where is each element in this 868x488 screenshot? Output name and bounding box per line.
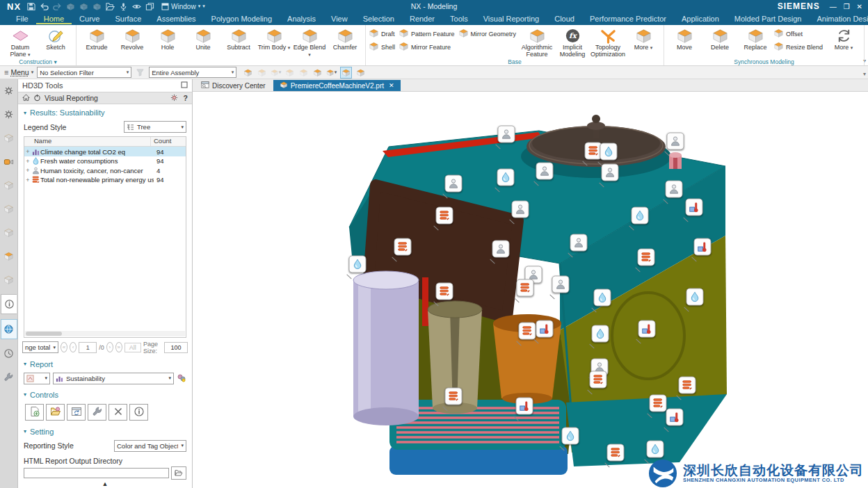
browse-folder-icon[interactable] xyxy=(171,466,186,480)
legend-style-dropdown[interactable]: Tree ▾ xyxy=(124,121,186,133)
delete-button[interactable]: Delete xyxy=(702,26,737,51)
report-tag-drop-icon[interactable] xyxy=(562,428,579,445)
trim-body-button[interactable]: Trim Body ▾ xyxy=(257,26,291,51)
hand-pan-icon[interactable] xyxy=(257,67,267,78)
paste-icon[interactable] xyxy=(93,2,102,11)
html-dir-input[interactable] xyxy=(24,468,169,478)
view-orient-icon[interactable] xyxy=(340,67,352,79)
report-tag-thermo-icon[interactable] xyxy=(516,398,533,415)
save-icon[interactable] xyxy=(26,2,35,11)
extrude-button[interactable]: Extrude xyxy=(79,26,114,51)
algorithmic-feature-button[interactable]: Algorithmic Feature xyxy=(520,26,554,58)
hole-button[interactable]: Hole xyxy=(150,26,185,51)
more-button[interactable]: More ▾ xyxy=(826,26,861,51)
menu-tab-cloud[interactable]: Cloud xyxy=(547,14,582,24)
resource-bar-transform-gears-icon[interactable] xyxy=(1,105,17,124)
offset-button[interactable]: Offset xyxy=(773,28,826,40)
restore-button[interactable]: ❐ xyxy=(844,3,850,10)
report-tag-drop-icon[interactable] xyxy=(686,288,704,306)
toolbar-overflow-icon[interactable]: ▾ xyxy=(863,71,866,77)
replace-button[interactable]: Replace xyxy=(738,26,773,51)
menu-tab-performance-predictor[interactable]: Performance Predictor xyxy=(582,14,674,24)
filter-funnel-icon[interactable] xyxy=(135,67,145,78)
expand-icon[interactable]: + xyxy=(24,158,31,165)
report-tag-coil-icon[interactable] xyxy=(679,377,696,394)
subtract-button[interactable]: Subtract xyxy=(221,26,256,51)
report-tag-coil-icon[interactable] xyxy=(436,283,453,300)
open-icon[interactable] xyxy=(106,2,115,11)
report-tag-coil-icon[interactable] xyxy=(517,279,534,297)
float-panel-icon[interactable] xyxy=(181,81,188,90)
snap-point-icon[interactable] xyxy=(243,67,253,78)
open-report-button[interactable] xyxy=(46,404,65,421)
menu-tab-analysis[interactable]: Analysis xyxy=(280,14,323,24)
move-button[interactable]: Move xyxy=(667,26,702,51)
close-button[interactable]: ✕ xyxy=(857,3,862,10)
report-tag-thermo-icon[interactable] xyxy=(686,199,703,216)
column-header-count[interactable]: Count xyxy=(150,137,186,146)
microphone-icon[interactable] xyxy=(119,2,128,11)
note-icon[interactable] xyxy=(312,67,323,78)
delete-report-button[interactable] xyxy=(108,404,127,421)
qat-overflow-icon[interactable]: ▾ xyxy=(202,3,205,9)
report-tag-drop-icon[interactable] xyxy=(600,143,618,161)
table-row[interactable]: + Total non-renewable primary energy use… xyxy=(24,175,186,185)
expand-icon[interactable]: + xyxy=(24,148,31,155)
scrollbar-thumb[interactable] xyxy=(26,332,62,336)
first-page-button[interactable]: « xyxy=(61,342,67,352)
pattern-feature-button[interactable]: Pattern Feature xyxy=(399,28,458,40)
report-tag-thermo-icon[interactable] xyxy=(694,238,712,256)
render-style-icon[interactable] xyxy=(355,67,366,78)
settings-gear-icon[interactable] xyxy=(170,94,178,103)
report-selector-dropdown[interactable]: Sustainability ▾ xyxy=(53,373,174,384)
report-tag-thermo-icon[interactable] xyxy=(666,409,684,426)
report-tag-person-icon[interactable] xyxy=(666,181,683,198)
prev-page-button[interactable]: ‹ xyxy=(70,342,77,352)
menu-tab-selection[interactable]: Selection xyxy=(355,14,402,24)
column-header-name[interactable]: Name xyxy=(24,137,150,146)
resource-bar-diamond-icon[interactable] xyxy=(1,247,17,266)
resource-bar-history-icon[interactable] xyxy=(1,344,17,363)
home-icon[interactable] xyxy=(22,94,30,103)
report-tag-thermo-icon[interactable] xyxy=(536,320,554,338)
power-icon[interactable] xyxy=(33,94,41,103)
resource-bar-measure-icon[interactable] xyxy=(1,223,17,242)
panel-collapse-arrow[interactable]: ▲ xyxy=(18,480,192,488)
report-tag-drop-icon[interactable] xyxy=(497,169,515,186)
sync-arrows-icon[interactable] xyxy=(284,67,295,78)
resource-bar-web-browser-icon[interactable] xyxy=(1,319,17,339)
resource-bar-roles-icon[interactable] xyxy=(1,176,17,195)
report-tag-drop-icon[interactable] xyxy=(594,289,611,307)
menu-button[interactable]: ≡ Menu ▾ xyxy=(4,68,33,76)
page-number-input[interactable] xyxy=(79,342,97,353)
report-tag-person-icon[interactable] xyxy=(570,234,588,252)
report-section-header[interactable]: ▾ Report xyxy=(18,356,192,371)
table-row[interactable]: + Climate change total CO2 eq 94 xyxy=(24,147,186,156)
menu-tab-home[interactable]: Home xyxy=(36,14,72,24)
report-tag-coil-icon[interactable] xyxy=(607,444,625,462)
controls-section-header[interactable]: ▾ Controls xyxy=(18,387,192,401)
report-settings-icon[interactable] xyxy=(177,373,186,384)
resource-bar-settings-gear-icon[interactable] xyxy=(1,81,17,100)
report-tag-person-icon[interactable] xyxy=(602,164,619,181)
expand-icon[interactable]: + xyxy=(24,167,31,174)
chamfer-button[interactable]: Chamfer xyxy=(328,26,362,51)
menu-tab-file[interactable]: File xyxy=(8,14,36,24)
report-tag-coil-icon[interactable] xyxy=(519,323,536,340)
resource-bar-box-icon[interactable] xyxy=(1,200,17,218)
all-pages-button[interactable]: All xyxy=(124,343,141,352)
report-tag-person-icon[interactable] xyxy=(498,126,515,143)
report-tag-drop-icon[interactable] xyxy=(647,441,664,458)
report-tag-person-icon[interactable] xyxy=(536,163,554,180)
mirror-geometry-button[interactable]: Mirror Geometry xyxy=(458,28,520,40)
report-tag-coil-icon[interactable] xyxy=(394,238,412,256)
display-filter-icon[interactable]: ▾ xyxy=(271,67,281,78)
selection-scope-combo[interactable]: Entire Assembly ▾ xyxy=(149,67,236,78)
revolve-button[interactable]: Revolve xyxy=(115,26,150,51)
next-page-button[interactable]: › xyxy=(106,342,113,352)
topology-optimization-button[interactable]: Topology Optimization xyxy=(590,26,625,58)
range-dropdown[interactable]: nge total ▾ xyxy=(22,341,58,353)
menu-tab-render[interactable]: Render xyxy=(402,14,442,24)
resize-blend-button[interactable]: Resize Blend xyxy=(773,41,826,53)
menu-tab-view[interactable]: View xyxy=(323,14,355,24)
